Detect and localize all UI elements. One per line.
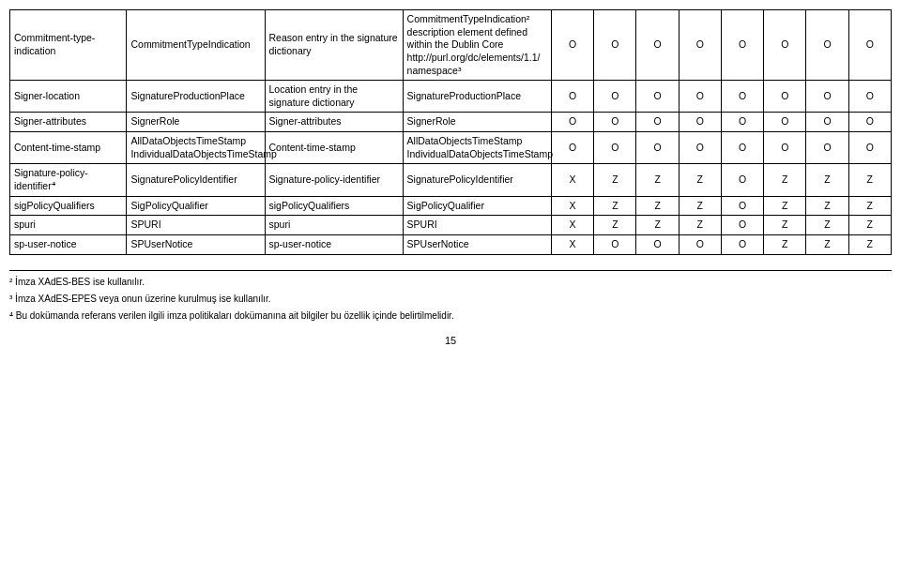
value-cell-11: Z xyxy=(806,196,848,216)
table-row: sp-user-noticeSPUserNoticesp-user-notice… xyxy=(10,234,892,254)
col2-cell: SigPolicyQualifier xyxy=(127,196,265,216)
page-number: 15 xyxy=(9,335,892,346)
col2-cell: SignaturePolicyIdentifier xyxy=(127,164,265,196)
value-cell-9: O xyxy=(721,10,763,81)
value-cell-9: O xyxy=(721,216,763,235)
value-cell-9: O xyxy=(721,113,763,132)
value-cell-12: O xyxy=(848,10,891,81)
footnote: ² İmza XAdES-BES ise kullanılır. xyxy=(9,275,892,290)
value-cell-6: O xyxy=(594,81,636,113)
col2-cell: SignerRole xyxy=(127,113,265,132)
value-cell-8: Z xyxy=(679,196,721,216)
col1-cell: sp-user-notice xyxy=(10,234,127,254)
value-cell-7: O xyxy=(636,132,679,164)
value-cell-5: X xyxy=(552,164,594,196)
value-cell-11: O xyxy=(806,10,848,81)
value-cell-8: Z xyxy=(679,164,721,196)
col2-cell: SignatureProductionPlace xyxy=(127,81,265,113)
value-cell-10: O xyxy=(764,132,806,164)
col3-cell: Location entry in the signature dictiona… xyxy=(265,81,403,113)
table-row: Content-time-stampAllDataObjectsTimeStam… xyxy=(10,132,892,164)
value-cell-11: Z xyxy=(806,216,848,235)
col2-cell: AllDataObjectsTimeStamp IndividualDataOb… xyxy=(127,132,265,164)
value-cell-12: Z xyxy=(848,164,891,196)
value-cell-6: Z xyxy=(594,216,636,235)
col3-cell: Reason entry in the signature dictionary xyxy=(265,10,403,81)
col3-cell: Content-time-stamp xyxy=(265,132,403,164)
table-row: Signature-policy-identifier⁴SignaturePol… xyxy=(10,164,892,196)
value-cell-7: Z xyxy=(636,164,679,196)
value-cell-8: O xyxy=(679,234,721,254)
value-cell-10: O xyxy=(764,10,806,81)
value-cell-10: O xyxy=(764,113,806,132)
footnotes: ² İmza XAdES-BES ise kullanılır.³ İmza X… xyxy=(9,270,892,324)
col1-cell: sigPolicyQualifiers xyxy=(10,196,127,216)
col4-cell: SignatureProductionPlace xyxy=(403,81,551,113)
value-cell-8: O xyxy=(679,10,721,81)
col4-cell: SignerRole xyxy=(403,113,551,132)
value-cell-11: Z xyxy=(806,164,848,196)
value-cell-9: O xyxy=(721,132,763,164)
value-cell-5: X xyxy=(552,216,594,235)
col3-cell: Signer-attributes xyxy=(265,113,403,132)
value-cell-9: O xyxy=(721,164,763,196)
col4-cell: SignaturePolicyIdentifier xyxy=(403,164,551,196)
value-cell-6: O xyxy=(594,10,636,81)
table-row: Signer-attributesSignerRoleSigner-attrib… xyxy=(10,113,892,132)
col4-cell: SigPolicyQualifier xyxy=(403,196,551,216)
col2-cell: SPUserNotice xyxy=(127,234,265,254)
value-cell-6: Z xyxy=(594,164,636,196)
table-row: Commitment-type-indicationCommitmentType… xyxy=(10,10,892,81)
col4-cell: SPUserNotice xyxy=(403,234,551,254)
value-cell-10: Z xyxy=(764,234,806,254)
value-cell-11: O xyxy=(806,132,848,164)
table-row: sigPolicyQualifiersSigPolicyQualifiersig… xyxy=(10,196,892,216)
value-cell-12: O xyxy=(848,81,891,113)
value-cell-7: Z xyxy=(636,216,679,235)
value-cell-9: O xyxy=(721,81,763,113)
value-cell-8: O xyxy=(679,113,721,132)
col1-cell: Content-time-stamp xyxy=(10,132,127,164)
col1-cell: Commitment-type-indication xyxy=(10,10,127,81)
value-cell-10: Z xyxy=(764,196,806,216)
col4-cell: CommitmentTypeIndication² description el… xyxy=(403,10,551,81)
value-cell-12: Z xyxy=(848,216,891,235)
col2-cell: CommitmentTypeIndication xyxy=(127,10,265,81)
col3-cell: spuri xyxy=(265,216,403,235)
value-cell-7: O xyxy=(636,234,679,254)
value-cell-11: O xyxy=(806,113,848,132)
col1-cell: spuri xyxy=(10,216,127,235)
value-cell-10: Z xyxy=(764,164,806,196)
value-cell-12: O xyxy=(848,113,891,132)
col3-cell: sigPolicyQualifiers xyxy=(265,196,403,216)
value-cell-10: Z xyxy=(764,216,806,235)
value-cell-11: O xyxy=(806,81,848,113)
footnote: ³ İmza XAdES-EPES veya onun üzerine kuru… xyxy=(9,292,892,307)
value-cell-8: O xyxy=(679,81,721,113)
table-row: Signer-locationSignatureProductionPlaceL… xyxy=(10,81,892,113)
value-cell-8: Z xyxy=(679,216,721,235)
col4-cell: SPURI xyxy=(403,216,551,235)
value-cell-9: O xyxy=(721,234,763,254)
value-cell-6: O xyxy=(594,113,636,132)
value-cell-12: O xyxy=(848,132,891,164)
value-cell-7: O xyxy=(636,10,679,81)
value-cell-5: O xyxy=(552,81,594,113)
col1-cell: Signature-policy-identifier⁴ xyxy=(10,164,127,196)
page-wrapper: Commitment-type-indicationCommitmentType… xyxy=(9,9,892,346)
footnote: ⁴ Bu dokümanda referans verilen ilgili i… xyxy=(9,309,892,324)
col1-cell: Signer-attributes xyxy=(10,113,127,132)
value-cell-10: O xyxy=(764,81,806,113)
table-row: spuriSPURIspuriSPURIXZZZOZZZ xyxy=(10,216,892,235)
col3-cell: sp-user-notice xyxy=(265,234,403,254)
value-cell-12: Z xyxy=(848,196,891,216)
value-cell-8: O xyxy=(679,132,721,164)
col3-cell: Signature-policy-identifier xyxy=(265,164,403,196)
col1-cell: Signer-location xyxy=(10,81,127,113)
value-cell-6: O xyxy=(594,132,636,164)
value-cell-5: O xyxy=(552,10,594,81)
value-cell-12: Z xyxy=(848,234,891,254)
value-cell-7: Z xyxy=(636,196,679,216)
value-cell-5: X xyxy=(552,234,594,254)
value-cell-7: O xyxy=(636,113,679,132)
